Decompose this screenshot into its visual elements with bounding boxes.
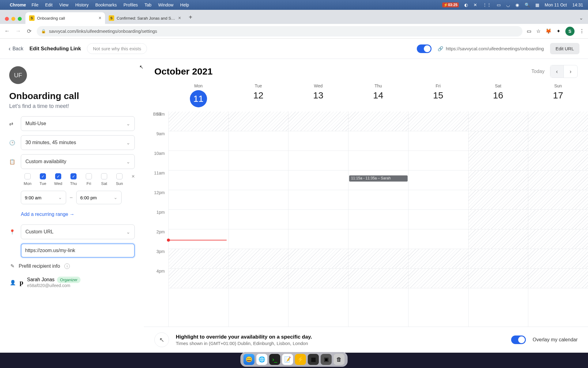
- time-slot[interactable]: [349, 151, 408, 171]
- time-slot[interactable]: [409, 131, 468, 151]
- info-icon[interactable]: i: [64, 263, 70, 269]
- end-time-select[interactable]: 6:00 pm⌄: [76, 191, 122, 204]
- dock-trash-icon[interactable]: 🗑: [334, 354, 345, 365]
- today-button[interactable]: Today: [531, 69, 545, 74]
- checkbox[interactable]: ✓: [55, 173, 61, 179]
- time-slot[interactable]: [349, 269, 408, 288]
- dock-app-icon[interactable]: ⚡: [295, 354, 306, 365]
- close-tab-icon[interactable]: ×: [99, 15, 101, 21]
- weekday-sat[interactable]: Sat: [97, 173, 111, 186]
- extension-metamask-icon[interactable]: 🦊: [545, 28, 552, 34]
- day-column[interactable]: [168, 112, 228, 327]
- weekday-fri[interactable]: Fri: [82, 173, 96, 186]
- time-slot[interactable]: [229, 190, 288, 210]
- weekday-wed[interactable]: ✓Wed: [51, 173, 65, 186]
- day-header[interactable]: Mon11: [168, 81, 228, 112]
- back-button[interactable]: ‹ Back: [9, 45, 23, 52]
- status-icon[interactable]: ⋮⋮: [483, 2, 491, 7]
- menubar-clock[interactable]: 14:31: [572, 2, 583, 7]
- time-slot[interactable]: [469, 269, 528, 288]
- day-column[interactable]: [408, 112, 468, 327]
- time-slot[interactable]: [469, 131, 528, 151]
- time-slot[interactable]: [528, 112, 588, 131]
- maximize-window-button[interactable]: [18, 17, 22, 21]
- next-week-button[interactable]: ›: [564, 65, 577, 78]
- time-slot[interactable]: [528, 249, 588, 269]
- day-header[interactable]: Thu14: [348, 81, 408, 112]
- active-app-name[interactable]: Chrome: [10, 2, 26, 7]
- time-slot[interactable]: [349, 249, 408, 269]
- day-header[interactable]: Sun17: [528, 81, 588, 112]
- browser-tab-active[interactable]: S Onboarding call ×: [25, 12, 105, 24]
- share-url[interactable]: 🔗 https://savvycal.com/uifeedmeetings/on…: [438, 46, 544, 52]
- time-slot[interactable]: [349, 210, 408, 229]
- time-slot[interactable]: [229, 112, 288, 131]
- time-slot[interactable]: [528, 190, 588, 210]
- checkbox[interactable]: [116, 173, 123, 179]
- remove-range-button[interactable]: ×: [131, 173, 135, 180]
- battery-status[interactable]: ⚡03:25: [442, 2, 459, 7]
- menu-history[interactable]: History: [75, 2, 89, 7]
- menu-help[interactable]: Help: [180, 2, 189, 7]
- time-slot[interactable]: [349, 190, 408, 210]
- time-slot[interactable]: [288, 229, 348, 249]
- time-slot[interactable]: [229, 151, 288, 171]
- forward-browser-button[interactable]: →: [15, 28, 21, 34]
- location-type-select[interactable]: Custom URL ⌄: [21, 224, 135, 239]
- checkbox[interactable]: [86, 173, 92, 179]
- prev-week-button[interactable]: ‹: [550, 65, 564, 78]
- time-slot[interactable]: [169, 171, 228, 190]
- time-slot[interactable]: [528, 229, 588, 249]
- day-column[interactable]: [228, 112, 288, 327]
- address-bar[interactable]: 🔒 savvycal.com/links/uifeedmeetings/onbo…: [37, 26, 522, 36]
- time-slot[interactable]: [409, 249, 468, 269]
- time-slot[interactable]: [169, 269, 228, 288]
- checkbox[interactable]: ✓: [70, 173, 77, 179]
- weekday-mon[interactable]: Mon: [21, 173, 34, 186]
- time-slot[interactable]: [288, 210, 348, 229]
- time-slot[interactable]: [288, 190, 348, 210]
- time-slot[interactable]: [469, 190, 528, 210]
- close-window-button[interactable]: [5, 17, 9, 21]
- siri-icon[interactable]: ▦: [535, 2, 539, 7]
- time-slot[interactable]: [528, 210, 588, 229]
- dock-chrome-icon[interactable]: 🌐: [256, 354, 267, 365]
- minimize-window-button[interactable]: [11, 17, 15, 21]
- new-tab-button[interactable]: +: [186, 14, 195, 21]
- dock-app-icon[interactable]: ▣: [321, 354, 332, 365]
- browser-tab[interactable]: S Confirmed: Sarah Jonas and S… ×: [105, 12, 185, 24]
- time-slot[interactable]: [169, 190, 228, 210]
- menu-view[interactable]: View: [59, 2, 69, 7]
- day-header[interactable]: Fri15: [408, 81, 468, 112]
- dock-app-icon[interactable]: ▦: [308, 354, 319, 365]
- time-slot[interactable]: [229, 210, 288, 229]
- reload-button[interactable]: ⟳: [26, 28, 32, 35]
- tab-overflow-icon[interactable]: ⌄: [579, 15, 583, 21]
- menu-file[interactable]: File: [32, 2, 39, 7]
- time-slot[interactable]: [288, 131, 348, 151]
- menu-window[interactable]: Window: [158, 2, 174, 7]
- spotlight-icon[interactable]: 🔍: [525, 2, 530, 7]
- day-column[interactable]: [288, 112, 348, 327]
- kebab-menu-icon[interactable]: ⋮: [579, 28, 584, 34]
- time-slot[interactable]: [288, 249, 348, 269]
- time-slot[interactable]: [229, 229, 288, 249]
- day-header[interactable]: Wed13: [288, 81, 348, 112]
- time-slot[interactable]: [528, 171, 588, 190]
- control-center-icon[interactable]: ◉: [515, 2, 519, 7]
- calendar-grid[interactable]: BST 8am9am10am11am12pm1pm2pm3pm4pm 11:15…: [144, 112, 588, 327]
- link-enabled-toggle[interactable]: [417, 44, 432, 53]
- start-time-select[interactable]: 9:00 am⌄: [21, 191, 66, 204]
- profile-avatar[interactable]: S: [565, 27, 575, 36]
- menu-edit[interactable]: Edit: [45, 2, 52, 7]
- time-slot[interactable]: [169, 112, 228, 131]
- weekday-thu[interactable]: ✓Thu: [67, 173, 80, 186]
- time-slot[interactable]: [409, 190, 468, 210]
- time-slot[interactable]: [409, 210, 468, 229]
- time-slot[interactable]: [288, 151, 348, 171]
- time-slot[interactable]: [169, 151, 228, 171]
- time-slot[interactable]: [469, 210, 528, 229]
- time-slot[interactable]: [169, 249, 228, 269]
- checkbox[interactable]: [24, 173, 31, 179]
- back-browser-button[interactable]: ←: [4, 28, 10, 34]
